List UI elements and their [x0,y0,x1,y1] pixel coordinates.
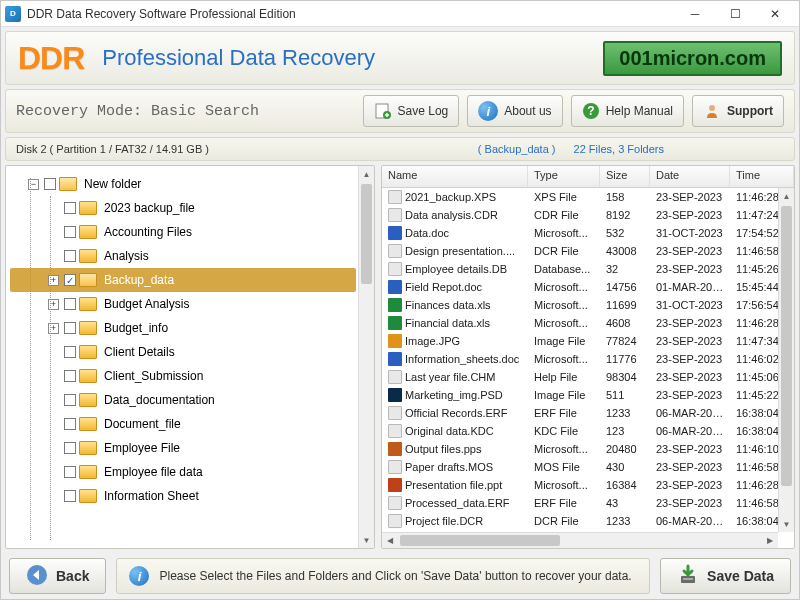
checkbox[interactable] [64,202,76,214]
file-type: Image File [528,389,600,401]
minimize-button[interactable]: ─ [675,2,715,26]
maximize-button[interactable]: ☐ [715,2,755,26]
tree-root[interactable]: − New folder [10,172,374,196]
folder-icon [79,273,97,287]
scroll-thumb[interactable] [400,535,560,546]
site-badge[interactable]: 001micron.com [603,41,782,76]
checkbox[interactable] [64,226,76,238]
checkbox[interactable] [64,274,76,286]
scroll-thumb[interactable] [361,184,372,284]
checkbox[interactable] [64,442,76,454]
file-row[interactable]: Employee details.DBDatabase...3223-SEP-2… [382,260,794,278]
folder-icon [79,201,97,215]
file-list-body[interactable]: 2021_backup.XPSXPS File15823-SEP-202311:… [382,188,794,548]
file-row[interactable]: Finances data.xlsMicrosoft...1169931-OCT… [382,296,794,314]
file-type: Microsoft... [528,353,600,365]
file-row[interactable]: Processed_data.ERFERF File4323-SEP-20231… [382,494,794,512]
tree-item[interactable]: 2023 backup_file [10,196,374,220]
back-button[interactable]: Back [9,558,106,594]
tree-item[interactable]: Analysis [10,244,374,268]
checkbox[interactable] [64,394,76,406]
scroll-up-icon[interactable]: ▲ [359,166,374,182]
file-size: 511 [600,389,650,401]
file-row[interactable]: Paper drafts.MOSMOS File43023-SEP-202311… [382,458,794,476]
file-size: 77824 [600,335,650,347]
file-name: Employee details.DB [405,263,507,275]
scroll-thumb[interactable] [781,206,792,486]
file-row[interactable]: Financial data.xlsMicrosoft...460823-SEP… [382,314,794,332]
file-row[interactable]: Official Records.ERFERF File123306-MAR-2… [382,404,794,422]
tree-item[interactable]: +Budget_info [10,316,374,340]
file-scrollbar-v[interactable]: ▲ ▼ [778,188,794,532]
checkbox[interactable] [64,370,76,382]
scroll-down-icon[interactable]: ▼ [359,532,374,548]
file-row[interactable]: Data analysis.CDRCDR File819223-SEP-2023… [382,206,794,224]
column-time[interactable]: Time [730,166,794,187]
tree-item[interactable]: Employee File [10,436,374,460]
tree-item[interactable]: Client Details [10,340,374,364]
about-button[interactable]: i About us [467,95,562,127]
file-row[interactable]: Marketing_img.PSDImage File51123-SEP-202… [382,386,794,404]
tree-item[interactable]: Client_Submission [10,364,374,388]
tree-item[interactable]: Accounting Files [10,220,374,244]
checkbox[interactable] [64,322,76,334]
column-size[interactable]: Size [600,166,650,187]
column-date[interactable]: Date [650,166,730,187]
file-type: ERF File [528,497,600,509]
scroll-left-icon[interactable]: ◀ [382,533,398,548]
logo: DDR [18,40,84,77]
checkbox[interactable] [64,250,76,262]
banner-subtitle: Professional Data Recovery [102,45,603,71]
file-row[interactable]: Design presentation....DCR File4300823-S… [382,242,794,260]
scroll-up-icon[interactable]: ▲ [779,188,794,204]
tree-item[interactable]: Document_file [10,412,374,436]
file-row[interactable]: Information_sheets.docMicrosoft...117762… [382,350,794,368]
support-button[interactable]: Support [692,95,784,127]
file-scrollbar-h[interactable]: ◀ ▶ [382,532,778,548]
file-type: Database... [528,263,600,275]
checkbox[interactable] [64,466,76,478]
file-row[interactable]: Original data.KDCKDC File12306-MAR-20231… [382,422,794,440]
checkbox[interactable] [64,490,76,502]
scroll-right-icon[interactable]: ▶ [762,533,778,548]
current-folder-name: ( Backup_data ) [478,143,556,155]
file-row[interactable]: 2021_backup.XPSXPS File15823-SEP-202311:… [382,188,794,206]
save-log-button[interactable]: Save Log [363,95,460,127]
save-data-button[interactable]: Save Data [660,558,791,594]
save-data-icon [677,564,699,589]
close-button[interactable]: ✕ [755,2,795,26]
tree-item[interactable]: Information Sheet [10,484,374,508]
file-date: 23-SEP-2023 [650,209,730,221]
file-size: 4608 [600,317,650,329]
column-name[interactable]: Name [382,166,528,187]
tree-item[interactable]: +Budget Analysis [10,292,374,316]
file-list-header: Name Type Size Date Time [382,166,794,188]
folder-tree[interactable]: − New folder 2023 backup_fileAccounting … [6,166,374,548]
tree-item[interactable]: Data_documentation [10,388,374,412]
file-row[interactable]: Field Repot.docMicrosoft...1475601-MAR-2… [382,278,794,296]
file-row[interactable]: Last year file.CHMHelp File9830423-SEP-2… [382,368,794,386]
file-type: Microsoft... [528,299,600,311]
file-row[interactable]: Output files.ppsMicrosoft...2048023-SEP-… [382,440,794,458]
file-date: 23-SEP-2023 [650,461,730,473]
file-size: 1233 [600,515,650,527]
folder-icon [59,177,77,191]
back-arrow-icon [26,564,48,589]
column-type[interactable]: Type [528,166,600,187]
tree-item[interactable]: +Backup_data [10,268,356,292]
help-button[interactable]: ? Help Manual [571,95,684,127]
file-row[interactable]: Image.JPGImage File7782423-SEP-202311:47… [382,332,794,350]
checkbox[interactable] [44,178,56,190]
checkbox[interactable] [64,346,76,358]
tree-item-label: Client Details [104,345,175,359]
scroll-down-icon[interactable]: ▼ [779,516,794,532]
app-icon: D [5,6,21,22]
tree-scrollbar[interactable]: ▲ ▼ [358,166,374,548]
tree-item[interactable]: Employee file data [10,460,374,484]
file-row[interactable]: Project file.DCRDCR File123306-MAR-20231… [382,512,794,530]
file-row[interactable]: Data.docMicrosoft...53231-OCT-202317:54:… [382,224,794,242]
file-row[interactable]: Presentation file.pptMicrosoft...1638423… [382,476,794,494]
checkbox[interactable] [64,418,76,430]
checkbox[interactable] [64,298,76,310]
file-date: 23-SEP-2023 [650,443,730,455]
